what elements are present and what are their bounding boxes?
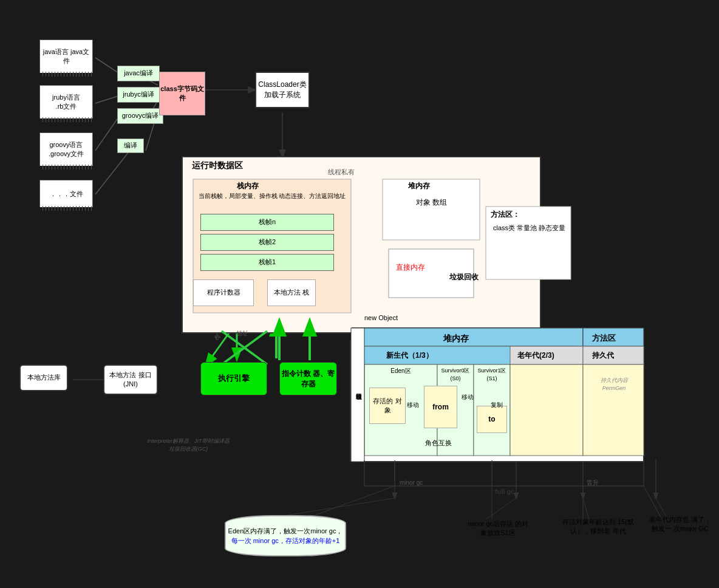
compile-box: 编译 <box>117 138 144 153</box>
main-canvas: java语言 java文件 jruby语言.rb文件 groovy语言.groo… <box>0 0 719 588</box>
minor-gc-line-label: minor gc <box>400 479 423 487</box>
move2-label: 移动 <box>462 393 474 402</box>
eden-sub-label: Eden区 <box>369 367 432 375</box>
native-stack-box: 本地方法 栈 <box>267 279 316 306</box>
interpreter-label: Interpreter解释器、JIT即时编译器垃圾回收器(GC) <box>121 437 255 453</box>
method-area-label: 方法区： <box>491 210 520 220</box>
classloader-label: ClassLoader类 加载子系统 <box>256 80 308 100</box>
other-file-box: ．．．文件 <box>39 180 93 207</box>
svg-rect-31 <box>383 179 480 240</box>
javac-label: javac编译 <box>124 69 153 78</box>
svg-line-3 <box>95 146 134 194</box>
thread-private-label: 线程私有 <box>328 168 355 177</box>
promote-label: 晋升 <box>587 479 599 487</box>
copy-label: 复制 <box>491 401 503 409</box>
to-box: to <box>477 406 507 433</box>
class-file-label: class字节码文 件 <box>160 84 205 103</box>
jruby-file-box: jruby语言.rb文件 <box>39 85 93 118</box>
stack-memory-label: 栈内存 <box>237 181 259 191</box>
s0-sub-label: Survivor0区(S0) <box>437 367 474 382</box>
native-lib-box: 本地方法库 <box>19 364 68 391</box>
groovyc-box: groovyc编译 <box>117 108 163 124</box>
permgen-label: 持久代内容PermGen <box>586 377 642 392</box>
svg-rect-45 <box>351 328 364 462</box>
jni-box: 本地方法 接口(JNI) <box>103 364 158 395</box>
jrubyc-box: jrubyc编译 <box>117 87 160 103</box>
runtime-area-label: 运行时数据区 <box>192 160 243 172</box>
svg-line-2 <box>95 117 118 151</box>
instruction-box: 指令计数 器、寄存器 <box>279 362 337 395</box>
old-gen-label: 老年代(2/3) <box>517 350 554 361</box>
svg-line-22 <box>583 498 589 519</box>
new-object-label: new Object <box>364 313 398 323</box>
from-box: from <box>424 386 457 428</box>
svg-line-12 <box>206 322 237 364</box>
role-swap-label: 角色互换 <box>425 439 452 448</box>
pc-box: 程序计数器 <box>193 279 254 306</box>
minor-gc-result: minor gc后存活 的对象放致S1区 <box>465 519 531 538</box>
java-file-label: java语言 java文件 <box>40 47 92 66</box>
compile-label: 编译 <box>124 141 137 150</box>
garbage-label: 垃圾回收 <box>449 272 479 282</box>
obj-array-label: 对象 数组 <box>416 197 447 208</box>
groovy-file-box: groovy语言.groovy文件 <box>39 132 93 166</box>
arrows-overlay <box>0 0 719 588</box>
svg-rect-43 <box>510 364 583 456</box>
java-file-box: java语言 java文件 <box>39 39 93 73</box>
new-gen-label: 新生代（1/3） <box>386 350 433 361</box>
full-gc-label: full gc <box>495 487 514 496</box>
stack-desc: 当前栈帧，局部变量、操作栈 动态连接、方法返回地址 <box>196 192 348 200</box>
jruby-file-label: jruby语言.rb文件 <box>52 93 80 111</box>
persist-gen-label: 持久代 <box>592 350 614 361</box>
s1-sub-label: Survivor1区(S1) <box>474 367 510 382</box>
svg-line-54 <box>644 486 662 519</box>
svg-line-0 <box>95 58 118 73</box>
heap-main-label: 堆内存 <box>443 333 469 345</box>
minor-gc-trigger-box: Eden区内存满了，触发一次minor gc，每一次 minor gc，存活对象… <box>225 515 346 556</box>
stack-arrow-label: 栈 <box>212 332 222 343</box>
frame-2-box: 栈帧2 <box>200 234 334 251</box>
classloader-box: ClassLoader类 加载子系统 <box>255 72 310 108</box>
javac-box: javac编译 <box>117 66 160 81</box>
live-obj-box: 存活的 对象 <box>369 388 406 424</box>
groovy-file-label: groovy语言.groovy文件 <box>49 140 84 159</box>
frame-n-box: 栈帧n <box>200 214 334 231</box>
svg-line-1 <box>95 96 118 103</box>
jrubyc-label: jrubyc编译 <box>123 90 154 99</box>
groovyc-label: groovyc编译 <box>122 111 159 120</box>
svg-line-21 <box>486 498 516 519</box>
method-area-desc: class类 常量池 静态变量 <box>493 224 565 233</box>
minor-gc-trigger-text: Eden区内存满了，触发一次minor gc，每一次 minor gc，存活对象… <box>228 526 343 546</box>
addr-arrow-label: 地址 <box>236 329 248 338</box>
frame-1-box: 栈帧1 <box>200 254 334 271</box>
move1-label: 移动 <box>407 401 419 409</box>
svg-line-51 <box>304 486 395 519</box>
other-file-label: ．．．文件 <box>50 190 83 199</box>
class-file-box: class字节码文 件 <box>159 72 205 115</box>
execution-engine-box: 执行引擎 <box>200 362 267 395</box>
direct-mem-label: 直接内存 <box>396 262 425 273</box>
heap-in-runtime-label: 堆内存 <box>408 181 430 191</box>
age-threshold: 存活对象年龄达到 15(默认），移到老 年代 <box>562 518 635 536</box>
major-gc-trigger: 老年代内存也 满了，触发一 次major GC <box>647 515 714 534</box>
method-zone-label: 方法区 <box>592 333 616 344</box>
